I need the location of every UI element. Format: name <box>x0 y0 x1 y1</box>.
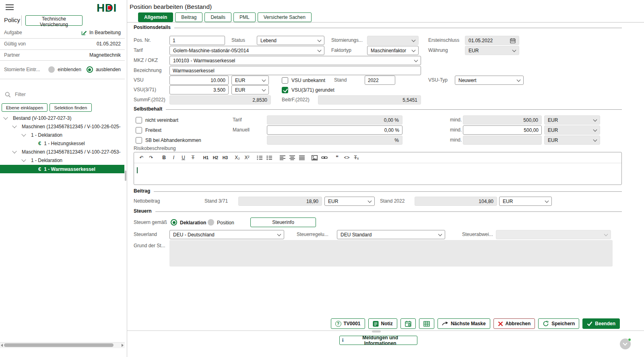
collapse-level-button[interactable]: Ebene einklappen <box>2 103 47 112</box>
stand371-currency-select[interactable]: EUR <box>324 197 375 206</box>
sb-abhandenkommen-checkbox[interactable]: SB bei Abhandenkommen <box>136 136 201 144</box>
tree-item-maschinen-1[interactable]: Maschinen (1234567812345 / V-100-226-025… <box>0 122 124 131</box>
sb-currency-select[interactable]: EUR <box>544 135 600 145</box>
vertical-scrollbar-thumb[interactable] <box>125 170 126 181</box>
subscript-icon[interactable]: X₂ <box>233 154 242 162</box>
undo-icon[interactable]: ↶ <box>137 154 146 162</box>
meldungen-button[interactable]: i Meldungen und Informationen <box>339 336 417 345</box>
freitext-checkbox[interactable]: Freitext <box>136 126 161 134</box>
chevron-down-icon[interactable] <box>12 149 17 153</box>
bezeichnung-input[interactable] <box>169 66 421 75</box>
chevron-down-icon[interactable] <box>3 115 8 119</box>
tv0001-button[interactable]: ? TV0001 <box>331 318 365 329</box>
sb-mind-input[interactable] <box>463 125 542 135</box>
steuerinfo-button[interactable]: Steuerinfo <box>250 217 316 227</box>
image-icon[interactable] <box>310 154 319 162</box>
bold-icon[interactable]: B <box>160 154 168 162</box>
vsu371-input[interactable] <box>169 85 229 94</box>
naechste-maske-button[interactable]: Nächste Maske <box>438 318 490 329</box>
checkbox-icon[interactable] <box>136 117 142 123</box>
code-icon[interactable]: <> <box>343 154 351 162</box>
strikethrough-icon[interactable]: T <box>189 154 197 162</box>
tab-details[interactable]: Details <box>204 12 231 22</box>
tree-item-maschinen-2[interactable]: Maschinen (1234567812345 / V-100-227-053… <box>0 148 124 156</box>
context-button[interactable]: Technische Versicherung <box>25 15 83 26</box>
align-left-icon[interactable] <box>278 154 287 162</box>
tree-item-bestand[interactable]: Bestand (V-100-227-027-3) <box>0 114 124 122</box>
vsu-unbekannt-checkbox[interactable]: VSU unbekannt <box>282 76 325 84</box>
notiz-button[interactable]: Notiz <box>368 318 397 329</box>
risiko-text-area[interactable] <box>134 167 621 173</box>
tree-item-warmwasserkessel-selected[interactable]: € 1 - Warmwasserkessel <box>0 165 124 173</box>
steuerregelung-select[interactable]: DEU Standard <box>337 230 445 239</box>
stornierungs-select[interactable] <box>367 36 419 45</box>
align-center-icon[interactable] <box>288 154 296 162</box>
checkbox-icon[interactable] <box>282 77 288 84</box>
risiko-editor[interactable]: ↶ ↷ B I U T H1 H2 H3 X₂ X² " <> T <box>134 152 622 185</box>
chevron-down-icon[interactable] <box>12 123 17 128</box>
steuerland-select[interactable]: DEU - Deutschland <box>169 230 284 239</box>
tree-item-heizungskessel[interactable]: € 1 - Heizungskessel <box>0 139 124 148</box>
scroll-right-arrow[interactable] <box>122 344 124 347</box>
nicht-vereinbart-checkbox[interactable]: nicht vereinbart <box>136 116 178 124</box>
vsu-typ-select[interactable]: Neuwert <box>455 76 524 85</box>
vsu-currency-select[interactable]: EUR <box>231 76 269 85</box>
sb-currency-select[interactable]: EUR <box>544 125 600 135</box>
speichern-button[interactable]: Speichern <box>538 318 579 329</box>
horizontal-scrollbar-thumb[interactable] <box>4 343 114 347</box>
tree-item-deklaration-1[interactable]: 1 - Deklaration <box>0 131 124 139</box>
h3-icon[interactable]: H3 <box>221 154 229 162</box>
vsu-input[interactable] <box>169 76 229 85</box>
filter-box[interactable] <box>5 89 122 100</box>
vsu371-gerundet-checkbox[interactable]: VSU(3/71) gerundet <box>282 86 334 94</box>
chevron-down-icon[interactable] <box>21 132 26 136</box>
calendar-icon[interactable] <box>510 38 516 43</box>
tab-pml[interactable]: PML <box>233 12 256 22</box>
tab-versicherte-sachen[interactable]: Versicherte Sachen <box>258 12 312 22</box>
radio-ausblenden[interactable] <box>87 66 93 73</box>
checkbox-icon[interactable] <box>136 127 142 133</box>
scroll-left-arrow[interactable] <box>1 344 3 347</box>
redo-icon[interactable]: ↷ <box>147 154 155 162</box>
radio-einblenden[interactable] <box>48 66 55 73</box>
align-justify-icon[interactable] <box>297 154 306 162</box>
chevron-down-icon[interactable] <box>21 157 26 162</box>
stand2022-currency-select[interactable]: EUR <box>499 197 552 206</box>
underline-icon[interactable]: U <box>179 154 188 162</box>
abbrechen-button[interactable]: Abbrechen <box>493 318 535 329</box>
sb-currency-select[interactable]: EUR <box>544 115 600 125</box>
clear-format-icon[interactable]: Tx <box>352 154 361 162</box>
checkbox-checked-icon[interactable] <box>282 87 288 93</box>
stand-input[interactable] <box>365 76 395 85</box>
tarif-select[interactable]: Golem-Maschine-stationär-05/2014 <box>169 46 324 55</box>
bullet-list-icon[interactable] <box>265 154 274 162</box>
find-selection-button[interactable]: Selektion finden <box>50 103 92 112</box>
quote-icon[interactable]: " <box>333 154 341 162</box>
waehrung-select[interactable]: EUR <box>465 46 519 55</box>
tab-allgemein[interactable]: Allgemein <box>138 12 173 22</box>
tab-beitrag[interactable]: Beitrag <box>175 12 202 22</box>
table-button[interactable] <box>419 318 434 329</box>
h2-icon[interactable]: H2 <box>211 154 220 162</box>
edit-icon[interactable] <box>81 30 87 35</box>
radio-deklaration[interactable] <box>171 219 177 226</box>
h1-icon[interactable]: H1 <box>202 154 210 162</box>
sb-manuell-input[interactable] <box>267 125 402 135</box>
checkbox-icon[interactable] <box>136 137 142 144</box>
filter-input[interactable] <box>14 91 122 98</box>
pos-nr-input[interactable] <box>169 36 225 45</box>
status-select[interactable]: Lebend <box>257 36 324 45</box>
panel-resize-handle[interactable] <box>372 330 381 332</box>
link-icon[interactable] <box>320 154 328 162</box>
tree-item-deklaration-2[interactable]: 1 - Deklaration <box>0 156 124 164</box>
superscript-icon[interactable]: X² <box>243 154 251 162</box>
ersteinschluss-date-field[interactable]: 01.05.2022 <box>465 36 519 45</box>
italic-icon[interactable]: I <box>169 154 178 162</box>
vsu371-currency-select[interactable]: EUR <box>231 85 269 94</box>
collapse-circle-button[interactable] <box>620 339 631 349</box>
termin-calendar-button[interactable] <box>400 318 416 329</box>
ordered-list-icon[interactable] <box>256 154 264 162</box>
menu-icon[interactable] <box>6 4 14 12</box>
mkz-select[interactable]: 100103 - Warmwasserkessel <box>169 56 421 65</box>
radio-position[interactable] <box>208 219 214 226</box>
